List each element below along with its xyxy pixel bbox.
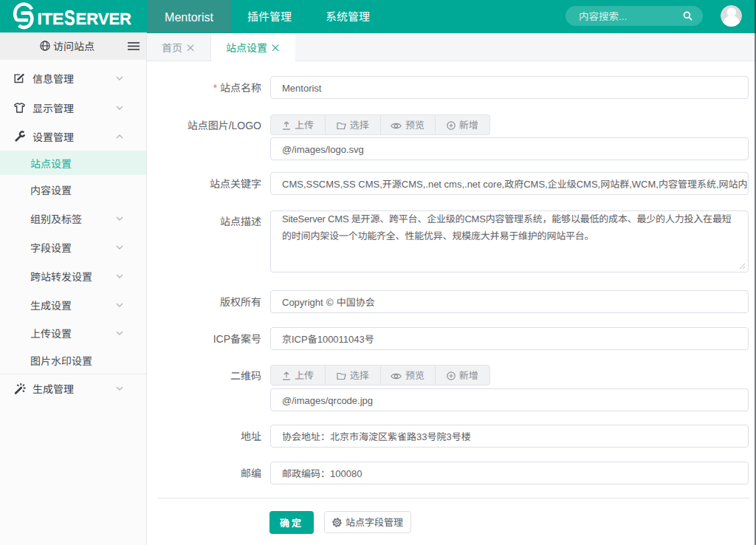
svg-text:ERVER: ERVER — [76, 10, 132, 28]
svg-text:S: S — [64, 4, 75, 30]
svg-text:ITE: ITE — [38, 10, 64, 28]
